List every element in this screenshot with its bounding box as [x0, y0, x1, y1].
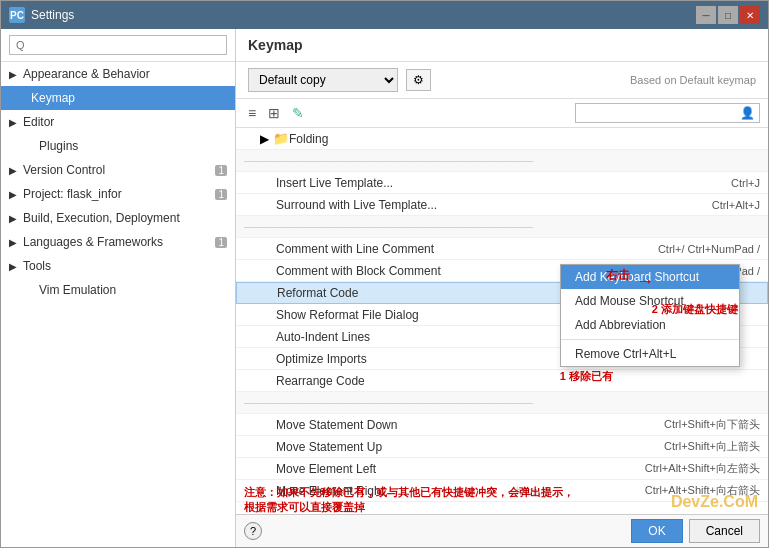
sidebar-item-label: Plugins — [39, 139, 78, 153]
edit-button[interactable]: ✎ — [288, 103, 308, 123]
settings-window: PC Settings ─ □ ✕ ▶ Appearance & Behavio… — [0, 0, 769, 548]
arrow-icon: ▶ — [9, 69, 19, 80]
sidebar-item-label: Version Control — [23, 163, 105, 177]
separator-row: ────────────────────────────────── — [236, 150, 768, 172]
move-statement-up-row[interactable]: Move Statement Up Ctrl+Shift+向上箭头 — [236, 436, 768, 458]
sidebar: ▶ Appearance & Behavior Keymap ▶ Editor … — [1, 29, 236, 547]
sidebar-item-label: Languages & Frameworks — [23, 235, 163, 249]
shortcut-label: Ctrl+J — [731, 177, 760, 189]
url-watermark: https://h... — [516, 486, 560, 497]
sidebar-item-label: Keymap — [31, 91, 75, 105]
main-panel: Keymap Default copy ⚙ Based on Default k… — [236, 29, 768, 547]
move-element-left-row[interactable]: Move Element Left Ctrl+Alt+Shift+向左箭头 — [236, 458, 768, 480]
sidebar-item-plugins[interactable]: Plugins — [1, 134, 235, 158]
right-click-annotation: 右击 — [606, 267, 630, 284]
badge: 1 — [215, 237, 227, 248]
sidebar-item-version-control[interactable]: ▶ Version Control 1 — [1, 158, 235, 182]
filter2-button[interactable]: ⊞ — [264, 103, 284, 123]
sidebar-items-list: ▶ Appearance & Behavior Keymap ▶ Editor … — [1, 62, 235, 547]
title-bar-left: PC Settings — [9, 7, 74, 23]
sidebar-item-languages[interactable]: ▶ Languages & Frameworks 1 — [1, 230, 235, 254]
bottom-actions: OK Cancel — [631, 519, 760, 543]
help-button[interactable]: ? — [244, 522, 262, 540]
devze-watermark: DevZe.CoM — [671, 493, 758, 511]
comment-line-row[interactable]: Comment with Line Comment Ctrl+/ Ctrl+Nu… — [236, 238, 768, 260]
sidebar-item-appearance[interactable]: ▶ Appearance & Behavior — [1, 62, 235, 86]
move-statement-down-row[interactable]: Move Statement Down Ctrl+Shift+向下箭头 — [236, 414, 768, 436]
insert-live-row[interactable]: Insert Live Template... Ctrl+J — [236, 172, 768, 194]
sidebar-item-label: Tools — [23, 259, 51, 273]
window-title: Settings — [31, 8, 74, 22]
context-separator — [561, 339, 739, 340]
sidebar-item-project[interactable]: ▶ Project: flask_infor 1 — [1, 182, 235, 206]
badge: 1 — [215, 165, 227, 176]
title-bar-controls: ─ □ ✕ — [696, 6, 760, 24]
arrow-icon: ▶ — [9, 165, 19, 176]
context-remove[interactable]: Remove Ctrl+Alt+L — [561, 342, 739, 366]
row-name: Move Element Left — [276, 462, 645, 476]
shortcut-label: Ctrl+Shift+向上箭头 — [664, 439, 760, 454]
sidebar-item-keymap[interactable]: Keymap — [1, 86, 235, 110]
label-1-annotation: 1 移除已有 — [560, 369, 613, 384]
separator-row-2: ────────────────────────────────── — [236, 216, 768, 238]
content-area: ▶ Appearance & Behavior Keymap ▶ Editor … — [1, 29, 768, 547]
gear-button[interactable]: ⚙ — [406, 69, 431, 91]
folder-icon: 📁 — [273, 131, 289, 146]
shortcut-label: Ctrl+/ Ctrl+NumPad / — [658, 243, 760, 255]
label-2-annotation: 2 添加键盘快捷键 — [652, 302, 738, 317]
arrow-icon: ▶ — [9, 117, 19, 128]
keymap-toolbar: Default copy ⚙ Based on Default keymap — [236, 62, 768, 99]
minimize-button[interactable]: ─ — [696, 6, 716, 24]
panel-title: Keymap — [236, 29, 768, 62]
cancel-button[interactable]: Cancel — [689, 519, 760, 543]
based-on-label: Based on Default keymap — [630, 74, 756, 86]
maximize-button[interactable]: □ — [718, 6, 738, 24]
separator-row-3: ────────────────────────────────── — [236, 392, 768, 414]
sidebar-search-input[interactable] — [9, 35, 227, 55]
row-name: Comment with Line Comment — [276, 242, 658, 256]
sidebar-item-label: Project: flask_infor — [23, 187, 122, 201]
sidebar-item-label: Appearance & Behavior — [23, 67, 150, 81]
arrow-icon: ▶ — [9, 261, 19, 272]
filter-button[interactable]: ≡ — [244, 103, 260, 123]
close-button[interactable]: ✕ — [740, 6, 760, 24]
action-toolbar: ≡ ⊞ ✎ 👤 — [236, 99, 768, 128]
row-name: Move Statement Up — [276, 440, 664, 454]
sidebar-item-vim[interactable]: Vim Emulation — [1, 278, 235, 302]
ok-button[interactable]: OK — [631, 519, 682, 543]
expand-arrow-icon: ▶ — [260, 132, 269, 146]
sidebar-item-label: Editor — [23, 115, 54, 129]
sidebar-item-build[interactable]: ▶ Build, Execution, Deployment — [1, 206, 235, 230]
title-bar: PC Settings ─ □ ✕ — [1, 1, 768, 29]
shortcut-label: Ctrl+Alt+J — [712, 199, 760, 211]
shortcut-label: Ctrl+Alt+Shift+向左箭头 — [645, 461, 760, 476]
arrow-icon: ▶ — [9, 237, 19, 248]
row-name: Move Statement Down — [276, 418, 664, 432]
keymap-search-box: 👤 — [575, 103, 760, 123]
sidebar-item-label: Vim Emulation — [39, 283, 116, 297]
row-name: Rearrange Code — [276, 374, 760, 388]
arrow-icon: ▶ — [9, 213, 19, 224]
arrow-annotation: → — [636, 271, 654, 292]
row-name: Folding — [289, 132, 760, 146]
sidebar-item-tools[interactable]: ▶ Tools — [1, 254, 235, 278]
keymap-search-input[interactable] — [580, 107, 740, 119]
surround-live-row[interactable]: Surround with Live Template... Ctrl+Alt+… — [236, 194, 768, 216]
app-icon: PC — [9, 7, 25, 23]
sidebar-item-label: Build, Execution, Deployment — [23, 211, 180, 225]
badge: 1 — [215, 189, 227, 200]
bottom-bar: ? OK Cancel — [236, 514, 768, 547]
rearrange-code-row[interactable]: Rearrange Code — [236, 370, 768, 392]
person-icon: 👤 — [740, 106, 755, 120]
arrow-icon: ▶ — [9, 189, 19, 200]
keymap-select[interactable]: Default copy — [248, 68, 398, 92]
shortcut-label: Ctrl+Shift+向下箭头 — [664, 417, 760, 432]
row-name: Comment with Block Comment — [276, 264, 601, 278]
folding-row[interactable]: ▶ 📁 Folding — [236, 128, 768, 150]
row-name: Insert Live Template... — [276, 176, 731, 190]
row-name: Surround with Live Template... — [276, 198, 712, 212]
sidebar-search-bar — [1, 29, 235, 62]
sidebar-item-editor[interactable]: ▶ Editor — [1, 110, 235, 134]
